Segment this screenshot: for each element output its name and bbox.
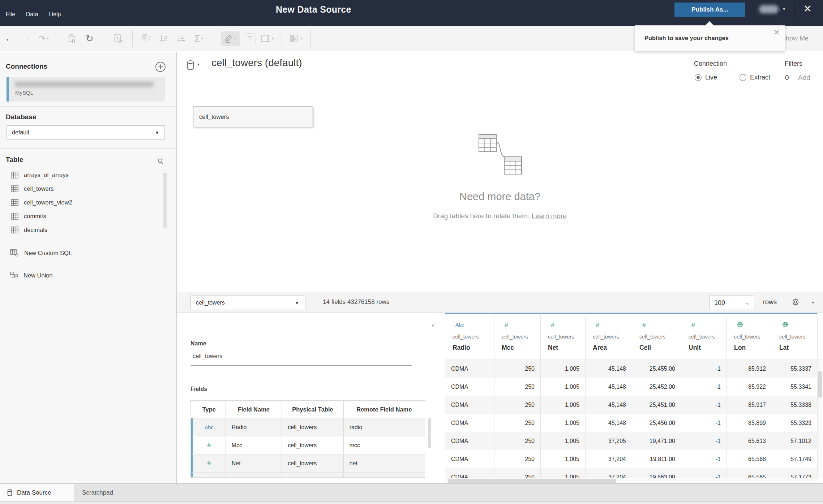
- grid-cell: 250: [494, 396, 541, 414]
- table-list-item[interactable]: cell_towers: [0, 182, 166, 195]
- field-row[interactable]: # Net cell_towers net: [191, 455, 425, 473]
- grid-cell: 250: [494, 360, 541, 378]
- replay-icon[interactable]: ↷▾: [38, 34, 50, 43]
- totals-icon[interactable]: Σ▾: [193, 34, 205, 43]
- grid-hscroll-thumb[interactable]: [448, 479, 616, 483]
- sidebar-scrollbar-thumb[interactable]: [163, 173, 167, 228]
- add-connection-icon[interactable]: [155, 61, 166, 74]
- grid-row: CDMA2501,00545,14825,456.00-185.89955.33…: [445, 414, 823, 432]
- remote-field-cell: radio: [344, 418, 425, 436]
- tab-label: Scratchpad: [82, 489, 113, 496]
- show-me-button[interactable]: Show Me: [781, 35, 809, 42]
- menu-item[interactable]: File: [6, 11, 15, 18]
- tab-data-source[interactable]: Data Source: [0, 484, 74, 502]
- table-list: arrays_of_arrays cell_towers cell_towers…: [0, 168, 166, 237]
- grid-column-header[interactable]: Abc cell_towers Radio: [445, 313, 494, 359]
- filters-label: Filters: [785, 60, 802, 68]
- table-name: arrays_of_arrays: [24, 172, 69, 178]
- tab-scratchpad[interactable]: Scratchpad: [74, 484, 113, 502]
- publish-as-button[interactable]: Publish As...: [674, 3, 745, 17]
- fields-rows-summary: 14 fields 43276158 rows: [323, 298, 389, 306]
- filters-add-button[interactable]: Add: [798, 74, 810, 82]
- table-list-item[interactable]: commits: [0, 209, 166, 223]
- connection-radio-group: Live Extract: [695, 74, 770, 81]
- menu-item[interactable]: Help: [49, 11, 61, 18]
- grid-cell: 25,452.00: [632, 378, 681, 396]
- database-header: Database: [6, 113, 37, 121]
- grid-column-header[interactable]: # cell_towers Area: [586, 313, 632, 359]
- collapse-panel-icon[interactable]: ‹: [432, 319, 434, 331]
- avatar[interactable]: [759, 5, 779, 13]
- toolbar-separator: [213, 30, 213, 47]
- close-window-icon[interactable]: ✕: [803, 4, 812, 14]
- extract-label: Extract: [750, 74, 770, 81]
- learn-more-link[interactable]: Learn more: [532, 212, 567, 220]
- grid-cell: 55.3337: [772, 360, 818, 378]
- grid-cell: CDMA: [445, 360, 494, 378]
- grid-column-header[interactable]: # cell_towers Mcc: [494, 313, 541, 359]
- grid-cell: 1,005: [541, 360, 586, 378]
- swap-rows-columns-icon[interactable]: [141, 34, 153, 43]
- field-row[interactable]: Abc Radio cell_towers radio: [191, 418, 425, 436]
- database-select[interactable]: default ▼: [7, 125, 165, 140]
- grid-cell: 19,471.00: [632, 432, 681, 450]
- column-type-icon: #: [548, 322, 585, 331]
- grid-cell: 1,005: [541, 396, 586, 414]
- titlebar: File Data Help New Data Source Publish A…: [0, 0, 823, 26]
- name-input[interactable]: cell_towers: [190, 351, 412, 366]
- fit-selector-icon[interactable]: ▾: [261, 34, 274, 43]
- grid-column-header[interactable]: cell_towers Lat: [772, 313, 818, 359]
- collapse-grid-icon[interactable]: ⌄: [810, 297, 816, 305]
- grid-cell: 65.613: [727, 432, 772, 450]
- pause-auto-updates-icon[interactable]: [66, 34, 78, 43]
- text-annotation-icon[interactable]: T: [245, 33, 256, 44]
- redo-icon[interactable]: →: [20, 34, 33, 43]
- tooltip-close-icon[interactable]: ✕: [773, 28, 780, 37]
- table-header: Table: [6, 156, 23, 164]
- new-union[interactable]: New Union: [0, 269, 53, 281]
- field-row[interactable]: # Mcc cell_towers mcc: [191, 436, 425, 455]
- fields-table-body: Abc Radio cell_towers radio # Mcc cell_t…: [191, 418, 425, 477]
- grid-cell: 85.912: [727, 360, 772, 378]
- field-name-cell: Net: [226, 455, 282, 472]
- gear-icon[interactable]: [791, 298, 800, 308]
- show-cards-icon[interactable]: ▾: [290, 34, 303, 43]
- grid-vertical-scrollbar[interactable]: [818, 360, 823, 478]
- table-list-item[interactable]: decimals: [0, 223, 166, 237]
- extract-radio[interactable]: [740, 74, 746, 81]
- connection-item[interactable]: MySQL: [7, 77, 165, 102]
- avatar-caret-icon[interactable]: ▾: [783, 6, 785, 12]
- datasource-type-icon[interactable]: ▾: [187, 60, 200, 71]
- table-list-item[interactable]: arrays_of_arrays: [0, 168, 166, 182]
- grid-cell: 25,451.00: [632, 396, 681, 414]
- grid-vscroll-thumb[interactable]: [818, 371, 822, 397]
- grid-cell: 57.1012: [772, 432, 818, 450]
- sort-ascending-icon[interactable]: [158, 34, 170, 43]
- grid-horizontal-scrollbar[interactable]: [445, 478, 818, 483]
- grid-column-header[interactable]: # cell_towers Unit: [681, 313, 727, 359]
- new-custom-sql[interactable]: New Custom SQL: [0, 247, 72, 259]
- field-row-partial[interactable]: [191, 473, 425, 477]
- highlight-icon[interactable]: ▾: [221, 31, 240, 46]
- refresh-icon[interactable]: ↻: [83, 34, 96, 43]
- logical-table-node[interactable]: cell_towers: [193, 107, 313, 127]
- clear-sheet-icon[interactable]: [112, 34, 124, 43]
- grid-column-header[interactable]: # cell_towers Net: [541, 313, 586, 359]
- menu-item[interactable]: Data: [26, 11, 38, 18]
- row-count-input[interactable]: 100 →: [710, 296, 754, 310]
- undo-icon[interactable]: ←: [3, 34, 15, 43]
- number-type-icon: #: [505, 322, 508, 329]
- fields-scrollbar-thumb[interactable]: [428, 418, 431, 448]
- field-type-cell: #: [193, 436, 226, 454]
- grid-column-header[interactable]: cell_towers Lon: [727, 313, 772, 359]
- table-select[interactable]: cell_towers ▼: [190, 296, 305, 310]
- live-radio[interactable]: [695, 74, 702, 81]
- search-icon[interactable]: [157, 158, 164, 167]
- table-list-item[interactable]: cell_towers_view2: [0, 195, 166, 209]
- sort-descending-icon[interactable]: [175, 34, 188, 43]
- apply-row-count-icon[interactable]: →: [743, 299, 750, 307]
- grid-column-header[interactable]: # cell_towers Cell: [632, 313, 681, 359]
- column-type-icon: #: [639, 322, 681, 331]
- grid-cell: 1,005: [541, 414, 586, 432]
- string-type-icon: Abc: [205, 425, 213, 430]
